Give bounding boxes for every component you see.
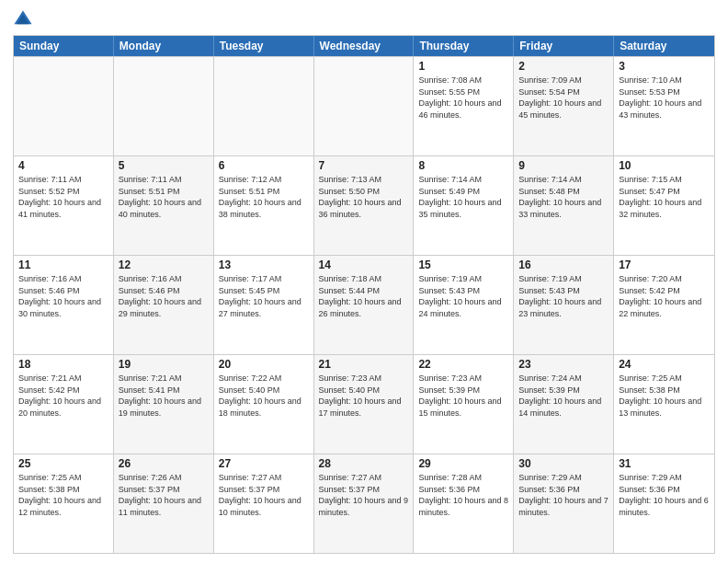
header-cell-thursday: Thursday (414, 36, 514, 56)
day-number: 28 (319, 457, 409, 470)
day-cell-20: 20Sunrise: 7:22 AM Sunset: 5:40 PM Dayli… (214, 355, 314, 454)
day-number: 22 (418, 358, 508, 371)
day-info: Sunrise: 7:08 AM Sunset: 5:55 PM Dayligh… (418, 75, 508, 121)
day-info: Sunrise: 7:23 AM Sunset: 5:39 PM Dayligh… (418, 373, 508, 419)
day-cell-31: 31Sunrise: 7:29 AM Sunset: 5:36 PM Dayli… (614, 454, 714, 553)
empty-cell (314, 57, 415, 155)
day-info: Sunrise: 7:19 AM Sunset: 5:43 PM Dayligh… (518, 273, 609, 319)
day-info: Sunrise: 7:14 AM Sunset: 5:49 PM Dayligh… (418, 174, 508, 220)
day-cell-22: 22Sunrise: 7:23 AM Sunset: 5:39 PM Dayli… (414, 355, 514, 454)
day-number: 9 (518, 159, 609, 172)
day-number: 29 (418, 457, 508, 470)
day-info: Sunrise: 7:25 AM Sunset: 5:38 PM Dayligh… (619, 373, 710, 419)
day-info: Sunrise: 7:29 AM Sunset: 5:36 PM Dayligh… (619, 472, 710, 518)
day-cell-12: 12Sunrise: 7:16 AM Sunset: 5:46 PM Dayli… (114, 256, 214, 354)
day-info: Sunrise: 7:14 AM Sunset: 5:48 PM Dayligh… (518, 174, 609, 220)
day-number: 6 (219, 159, 309, 172)
day-cell-25: 25Sunrise: 7:25 AM Sunset: 5:38 PM Dayli… (14, 454, 114, 553)
logo-icon (13, 9, 33, 29)
day-number: 1 (418, 60, 508, 73)
day-cell-3: 3Sunrise: 7:10 AM Sunset: 5:53 PM Daylig… (614, 57, 714, 155)
day-number: 2 (518, 60, 609, 73)
day-info: Sunrise: 7:17 AM Sunset: 5:45 PM Dayligh… (219, 273, 309, 319)
calendar-row-2: 4Sunrise: 7:11 AM Sunset: 5:52 PM Daylig… (14, 155, 714, 255)
day-number: 26 (119, 457, 209, 470)
calendar-body: 1Sunrise: 7:08 AM Sunset: 5:55 PM Daylig… (14, 56, 714, 553)
day-info: Sunrise: 7:16 AM Sunset: 5:46 PM Dayligh… (18, 273, 108, 319)
day-cell-15: 15Sunrise: 7:19 AM Sunset: 5:43 PM Dayli… (414, 256, 514, 354)
header-cell-friday: Friday (514, 36, 614, 56)
day-info: Sunrise: 7:09 AM Sunset: 5:54 PM Dayligh… (518, 75, 609, 121)
day-cell-10: 10Sunrise: 7:15 AM Sunset: 5:47 PM Dayli… (614, 156, 714, 255)
day-number: 10 (619, 159, 710, 172)
day-number: 25 (18, 457, 108, 470)
day-cell-19: 19Sunrise: 7:21 AM Sunset: 5:41 PM Dayli… (114, 355, 214, 454)
day-info: Sunrise: 7:27 AM Sunset: 5:37 PM Dayligh… (319, 472, 409, 518)
day-number: 20 (219, 358, 309, 371)
day-cell-5: 5Sunrise: 7:11 AM Sunset: 5:51 PM Daylig… (114, 156, 214, 255)
day-number: 21 (319, 358, 409, 371)
day-cell-13: 13Sunrise: 7:17 AM Sunset: 5:45 PM Dayli… (214, 256, 314, 354)
day-cell-11: 11Sunrise: 7:16 AM Sunset: 5:46 PM Dayli… (14, 256, 114, 354)
day-number: 24 (619, 358, 710, 371)
day-cell-14: 14Sunrise: 7:18 AM Sunset: 5:44 PM Dayli… (314, 256, 415, 354)
day-cell-4: 4Sunrise: 7:11 AM Sunset: 5:52 PM Daylig… (14, 156, 114, 255)
day-info: Sunrise: 7:10 AM Sunset: 5:53 PM Dayligh… (619, 75, 710, 121)
header-cell-saturday: Saturday (614, 36, 714, 56)
day-info: Sunrise: 7:20 AM Sunset: 5:42 PM Dayligh… (619, 273, 710, 319)
day-number: 23 (518, 358, 609, 371)
calendar-header: SundayMondayTuesdayWednesdayThursdayFrid… (14, 36, 714, 56)
day-cell-8: 8Sunrise: 7:14 AM Sunset: 5:49 PM Daylig… (414, 156, 514, 255)
day-number: 4 (18, 159, 108, 172)
day-info: Sunrise: 7:24 AM Sunset: 5:39 PM Dayligh… (518, 373, 609, 419)
day-number: 27 (219, 457, 309, 470)
day-info: Sunrise: 7:26 AM Sunset: 5:37 PM Dayligh… (119, 472, 209, 518)
day-cell-23: 23Sunrise: 7:24 AM Sunset: 5:39 PM Dayli… (514, 355, 614, 454)
empty-cell (114, 57, 214, 155)
day-info: Sunrise: 7:21 AM Sunset: 5:42 PM Dayligh… (18, 373, 108, 419)
day-info: Sunrise: 7:15 AM Sunset: 5:47 PM Dayligh… (619, 174, 710, 220)
day-cell-9: 9Sunrise: 7:14 AM Sunset: 5:48 PM Daylig… (514, 156, 614, 255)
day-number: 14 (319, 259, 409, 271)
day-number: 3 (619, 60, 710, 73)
day-info: Sunrise: 7:28 AM Sunset: 5:36 PM Dayligh… (418, 472, 508, 518)
day-cell-27: 27Sunrise: 7:27 AM Sunset: 5:37 PM Dayli… (214, 454, 314, 553)
day-info: Sunrise: 7:18 AM Sunset: 5:44 PM Dayligh… (319, 273, 409, 319)
header-cell-sunday: Sunday (14, 36, 114, 56)
day-info: Sunrise: 7:27 AM Sunset: 5:37 PM Dayligh… (219, 472, 309, 518)
day-cell-30: 30Sunrise: 7:29 AM Sunset: 5:36 PM Dayli… (514, 454, 614, 553)
day-number: 31 (619, 457, 710, 470)
day-cell-24: 24Sunrise: 7:25 AM Sunset: 5:38 PM Dayli… (614, 355, 714, 454)
day-cell-18: 18Sunrise: 7:21 AM Sunset: 5:42 PM Dayli… (14, 355, 114, 454)
day-number: 7 (319, 159, 409, 172)
calendar-row-3: 11Sunrise: 7:16 AM Sunset: 5:46 PM Dayli… (14, 255, 714, 354)
day-number: 16 (518, 259, 609, 271)
empty-cell (214, 57, 314, 155)
day-cell-1: 1Sunrise: 7:08 AM Sunset: 5:55 PM Daylig… (414, 57, 514, 155)
day-info: Sunrise: 7:11 AM Sunset: 5:51 PM Dayligh… (119, 174, 209, 220)
calendar-row-5: 25Sunrise: 7:25 AM Sunset: 5:38 PM Dayli… (14, 454, 714, 553)
day-cell-17: 17Sunrise: 7:20 AM Sunset: 5:42 PM Dayli… (614, 256, 714, 354)
day-cell-6: 6Sunrise: 7:12 AM Sunset: 5:51 PM Daylig… (214, 156, 314, 255)
day-number: 17 (619, 259, 710, 271)
header-cell-tuesday: Tuesday (214, 36, 314, 56)
day-number: 30 (518, 457, 609, 470)
header-cell-monday: Monday (114, 36, 214, 56)
day-info: Sunrise: 7:23 AM Sunset: 5:40 PM Dayligh… (319, 373, 409, 419)
day-number: 13 (219, 259, 309, 271)
header (13, 9, 715, 29)
day-number: 11 (18, 259, 108, 271)
day-info: Sunrise: 7:21 AM Sunset: 5:41 PM Dayligh… (119, 373, 209, 419)
day-info: Sunrise: 7:16 AM Sunset: 5:46 PM Dayligh… (119, 273, 209, 319)
day-cell-26: 26Sunrise: 7:26 AM Sunset: 5:37 PM Dayli… (114, 454, 214, 553)
calendar-row-1: 1Sunrise: 7:08 AM Sunset: 5:55 PM Daylig… (14, 56, 714, 155)
page: SundayMondayTuesdayWednesdayThursdayFrid… (0, 0, 728, 563)
day-number: 8 (418, 159, 508, 172)
day-info: Sunrise: 7:13 AM Sunset: 5:50 PM Dayligh… (319, 174, 409, 220)
day-cell-7: 7Sunrise: 7:13 AM Sunset: 5:50 PM Daylig… (314, 156, 415, 255)
day-number: 19 (119, 358, 209, 371)
day-info: Sunrise: 7:19 AM Sunset: 5:43 PM Dayligh… (418, 273, 508, 319)
day-cell-29: 29Sunrise: 7:28 AM Sunset: 5:36 PM Dayli… (414, 454, 514, 553)
day-info: Sunrise: 7:29 AM Sunset: 5:36 PM Dayligh… (518, 472, 609, 518)
day-cell-16: 16Sunrise: 7:19 AM Sunset: 5:43 PM Dayli… (514, 256, 614, 354)
